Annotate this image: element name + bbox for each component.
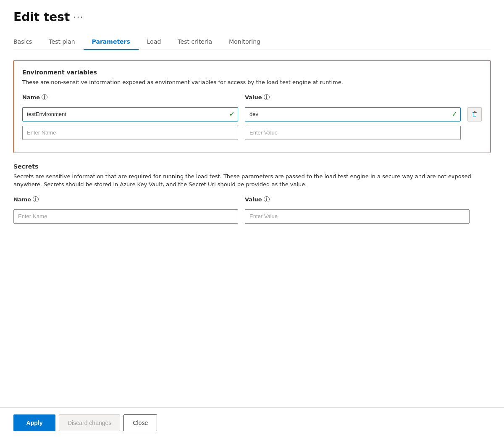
env-name-input-1[interactable]	[22, 107, 238, 121]
page-title: Edit test ···	[13, 10, 491, 24]
env-value-label: Value i	[245, 94, 461, 100]
env-value-input-wrapper-2	[245, 126, 461, 140]
env-section-title: Environment variables	[22, 69, 482, 76]
env-name-check-1: ✓	[229, 110, 235, 118]
env-value-field-2	[245, 126, 461, 140]
discard-button[interactable]: Discard changes	[59, 414, 120, 431]
secrets-row-1	[13, 209, 491, 224]
env-name-input-wrapper-2	[22, 126, 238, 140]
close-button[interactable]: Close	[123, 414, 157, 431]
tab-parameters[interactable]: Parameters	[84, 34, 139, 50]
env-name-col: Name i	[22, 94, 238, 103]
secrets-value-input-1[interactable]	[245, 209, 470, 224]
tab-monitoring[interactable]: Monitoring	[220, 34, 269, 50]
secrets-name-info-icon: i	[33, 196, 39, 202]
env-section-desc: These are non-sensitive information expo…	[22, 78, 482, 87]
env-value-col: Value i	[245, 94, 461, 103]
tab-test-criteria[interactable]: Test criteria	[169, 34, 220, 50]
apply-button[interactable]: Apply	[13, 414, 55, 431]
tab-test-plan[interactable]: Test plan	[40, 34, 83, 50]
env-value-field-1: ✓	[245, 107, 461, 121]
secrets-section: Secrets Secrets are sensitive informatio…	[13, 163, 491, 224]
env-value-check-1: ✓	[452, 110, 457, 118]
secrets-value-col: Value i	[245, 196, 470, 205]
secrets-header-row: Name i Value i	[13, 196, 491, 205]
secrets-value-info-icon: i	[264, 196, 270, 202]
secrets-section-desc: Secrets are sensitive information that a…	[13, 172, 491, 189]
env-name-field-2	[22, 126, 238, 140]
env-name-input-2[interactable]	[22, 126, 238, 140]
footer: Apply Discard changes Close	[0, 407, 504, 438]
env-name-info-icon: i	[42, 94, 47, 100]
title-ellipsis: ···	[73, 12, 84, 22]
env-value-input-1[interactable]	[245, 107, 461, 121]
env-value-input-wrapper-1: ✓	[245, 107, 461, 121]
secrets-section-title: Secrets	[13, 163, 491, 170]
env-row-2	[22, 126, 482, 140]
tab-basics[interactable]: Basics	[13, 34, 40, 50]
tab-load[interactable]: Load	[139, 34, 170, 50]
secrets-name-field-1	[13, 209, 238, 224]
env-row-1: ✓ ✓	[22, 107, 482, 121]
env-variables-section: Environment variables These are non-sens…	[13, 60, 491, 153]
env-name-input-wrapper-1: ✓	[22, 107, 238, 121]
tab-nav: Basics Test plan Parameters Load Test cr…	[13, 34, 491, 50]
secrets-value-label: Value i	[245, 196, 470, 203]
secrets-value-field-1	[245, 209, 470, 224]
secrets-name-input-1[interactable]	[13, 209, 238, 224]
secrets-name-label: Name i	[13, 196, 238, 203]
secrets-name-col: Name i	[13, 196, 238, 205]
env-delete-btn-1[interactable]	[467, 107, 482, 121]
trash-icon	[471, 111, 478, 118]
env-value-info-icon: i	[264, 94, 270, 100]
title-text: Edit test	[13, 10, 70, 24]
env-value-input-2[interactable]	[245, 126, 461, 140]
secrets-value-input-wrapper-1	[245, 209, 470, 224]
env-name-field-1: ✓	[22, 107, 238, 121]
secrets-name-input-wrapper-1	[13, 209, 238, 224]
env-name-label: Name i	[22, 94, 238, 100]
env-header-row: Name i Value i	[22, 94, 482, 103]
